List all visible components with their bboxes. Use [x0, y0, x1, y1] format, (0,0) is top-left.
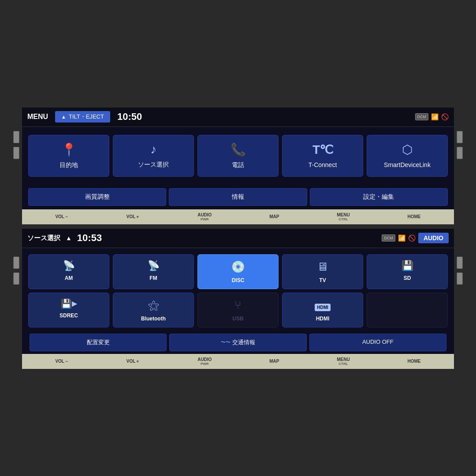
main-container: MENU ▲ TILT・EJECT 10:50 DCM 📶 🚫 📍 目的地 [0, 0, 476, 476]
wifi-icon: 📶 [431, 113, 439, 120]
hdmi-button[interactable]: HDMI HDMI [282, 293, 363, 327]
main-menu-grid: 📍 目的地 ♪ ソース選択 📞 電話 T℃ T-Connect ⬡ Sm [22, 127, 454, 185]
phone-button[interactable]: 📞 電話 [197, 135, 279, 177]
top-header: MENU ▲ TILT・EJECT 10:50 DCM 📶 🚫 [22, 108, 454, 127]
side-button-2[interactable] [13, 147, 19, 159]
map-button[interactable]: MAP [267, 213, 282, 220]
menu-ctrl-button[interactable]: MENU CTRL [334, 212, 352, 222]
vol-plus-button-2[interactable]: VOL＋ [124, 357, 143, 365]
bluetooth-label: Bluetooth [141, 316, 166, 322]
layout-change-button[interactable]: 配置変更 [30, 334, 167, 351]
menu-ctrl-button-2[interactable]: MENU CTRL [334, 356, 352, 367]
menu-label: MENU [27, 113, 48, 121]
disc-button[interactable]: 💿 DISC [197, 254, 279, 289]
sdrec-label: SDREC [60, 312, 78, 319]
source-select-label: ソース選択 [138, 161, 169, 169]
sdl-button[interactable]: ⬡ SmartDeviceLink [367, 135, 448, 177]
bottom-bar-2: 配置変更 〜〜 交通情報 AUDIO OFF [22, 331, 454, 354]
dcm-badge: DCM [415, 113, 429, 120]
eject-icon-2: ▲ [66, 234, 72, 242]
info-button[interactable]: 情報 [169, 188, 307, 206]
home-button-2[interactable]: HOME [405, 358, 424, 364]
clock-display-2: 10:53 [77, 232, 102, 244]
tilt-label: TILT・EJECT [69, 113, 104, 121]
hdmi-badge: HDMI [315, 304, 331, 311]
source-row-2: 💾▶ SDREC ⚝ Bluetooth ⑂ USB HDMI [28, 293, 448, 327]
tv-label: TV [319, 277, 326, 283]
menu-ctrl-sub: CTRL [337, 217, 350, 221]
header-status-icons: DCM 📶 🚫 [415, 113, 449, 120]
side-button-3[interactable] [457, 131, 463, 143]
usb-label: USB [232, 316, 243, 322]
bottom-header: ソース選択 ▲ 10:53 DCM 📶 🚫 AUDIO [22, 229, 454, 248]
disc-label: DISC [232, 277, 245, 283]
top-hw-bar: VOL－ VOL＋ AUDIO PWR MAP MENU CTRL HOME [22, 209, 454, 224]
settings-button[interactable]: 設定・編集 [310, 188, 448, 206]
sdrec-icon: 💾▶ [61, 298, 77, 309]
usb-button[interactable]: ⑂ USB [197, 293, 279, 327]
fm-icon: 📡 [148, 260, 160, 271]
top-bottom-bar: 画質調整 情報 設定・編集 [22, 185, 454, 209]
am-icon: 📡 [63, 260, 75, 271]
signal-off-icon: 🚫 [441, 113, 449, 120]
bottom-screen-container: ソース選択 ▲ 10:53 DCM 📶 🚫 AUDIO 📡 [22, 229, 454, 369]
left-side-buttons-2 [13, 257, 19, 285]
home-button[interactable]: HOME [405, 213, 424, 220]
left-side-buttons [13, 131, 19, 159]
picture-adjust-button[interactable]: 画質調整 [28, 188, 166, 206]
right-side-buttons [457, 131, 463, 159]
sdl-label: SmartDeviceLink [384, 161, 431, 168]
clock-display: 10:50 [117, 111, 142, 123]
audio-pwr-sub: PWR [197, 217, 212, 221]
audio-pwr-button[interactable]: AUDIO PWR [195, 212, 214, 222]
tilt-eject-button[interactable]: ▲ TILT・EJECT [55, 111, 110, 123]
side-button-4[interactable] [457, 147, 463, 159]
audio-off-button[interactable]: AUDIO OFF [309, 334, 446, 351]
side-button-6[interactable] [13, 272, 19, 285]
eject-icon: ▲ [61, 114, 66, 119]
phone-icon: 📞 [231, 142, 246, 157]
map-button-2[interactable]: MAP [267, 358, 282, 364]
sdrec-button[interactable]: 💾▶ SDREC [28, 293, 109, 327]
fm-label: FM [149, 275, 157, 281]
tv-button[interactable]: 🖥 TV [282, 254, 363, 289]
usb-icon: ⑂ [234, 298, 242, 312]
wifi-icon-2: 📶 [398, 234, 405, 242]
traffic-info-button[interactable]: 〜〜 交通情報 [169, 334, 306, 351]
sd-label: SD [404, 275, 411, 281]
destination-button[interactable]: 📍 目的地 [28, 135, 109, 177]
source-select-button[interactable]: ♪ ソース選択 [113, 135, 194, 177]
source-grid: 📡 AM 📡 FM 💿 DISC � [22, 248, 454, 331]
screen-bottom: ソース選択 ▲ 10:53 DCM 📶 🚫 AUDIO 📡 [22, 229, 454, 369]
side-button-1[interactable] [13, 131, 19, 143]
source-row-1: 📡 AM 📡 FM 💿 DISC � [28, 254, 448, 289]
destination-icon: 📍 [61, 142, 77, 157]
sd-icon: 💾 [402, 260, 413, 271]
bluetooth-icon: ⚝ [148, 298, 159, 312]
bottom-hw-bar: VOL－ VOL＋ AUDIO PWR MAP MENU CTRL HOME [22, 354, 454, 369]
audio-pwr-button-2[interactable]: AUDIO PWR [195, 356, 214, 367]
vol-minus-button-2[interactable]: VOL－ [52, 357, 71, 365]
destination-label: 目的地 [60, 161, 78, 169]
side-button-8[interactable] [457, 272, 463, 285]
vol-plus-button[interactable]: VOL＋ [124, 213, 143, 221]
side-button-7[interactable] [457, 257, 463, 269]
signal-off-icon-2: 🚫 [408, 234, 416, 242]
hdmi-label: HDMI [316, 316, 330, 322]
right-side-buttons-2 [457, 257, 463, 285]
top-screen-container: MENU ▲ TILT・EJECT 10:50 DCM 📶 🚫 📍 目的地 [22, 108, 454, 224]
menu-ctrl-sub-2: CTRL [337, 362, 350, 366]
vol-minus-button[interactable]: VOL－ [52, 213, 71, 221]
traffic-signal-icon: 〜〜 [221, 339, 231, 346]
disc-icon: 💿 [231, 260, 245, 274]
side-button-5[interactable] [13, 257, 19, 269]
fm-button[interactable]: 📡 FM [113, 254, 194, 289]
source-icon: ♪ [150, 142, 156, 156]
bluetooth-button[interactable]: ⚝ Bluetooth [113, 293, 194, 327]
am-button[interactable]: 📡 AM [28, 254, 109, 289]
sd-button[interactable]: 💾 SD [367, 254, 448, 289]
hdmi-icon: HDMI [315, 298, 331, 312]
tconnect-button[interactable]: T℃ T-Connect [282, 135, 363, 177]
am-label: AM [65, 275, 73, 281]
source-select-title: ソース選択 [27, 234, 60, 242]
